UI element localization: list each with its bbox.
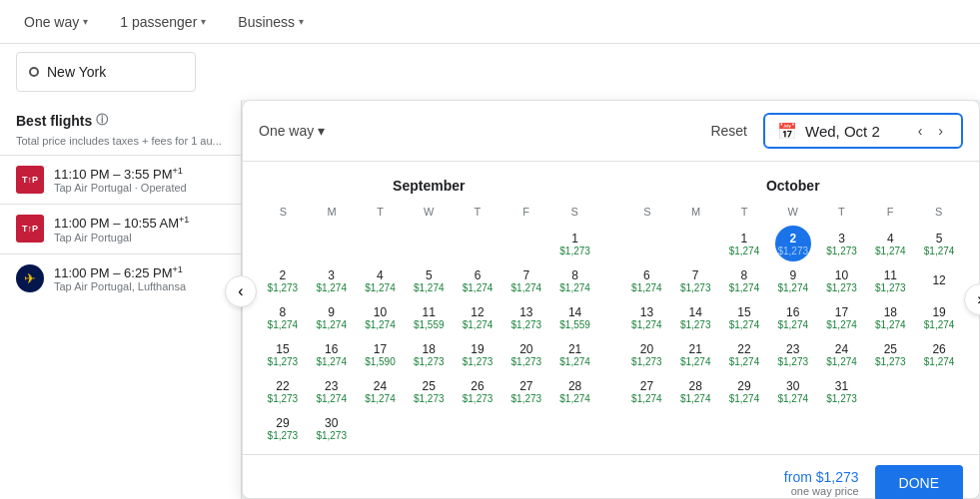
flight-item-1[interactable]: T↑P 11:00 PM – 10:55 AM+1 Tap Air Portug… [0,204,241,252]
date-next-button[interactable]: › [932,121,949,141]
day-cell[interactable]: 19$1,273 [454,336,501,372]
class-button[interactable]: Business ▾ [230,10,312,34]
calendar-trip-type-dropdown[interactable]: One way ▾ [259,123,325,139]
day-number: 12 [932,273,945,287]
day-cell[interactable]: 4$1,274 [866,226,914,261]
calendar-prev-button[interactable]: ‹ [225,275,257,307]
flight-airline-1: Tap Air Portugal [54,232,225,244]
day-number: 20 [519,342,532,356]
day-price: $1,274 [316,356,347,367]
day-cell[interactable]: 8$1,274 [551,262,599,298]
day-cell[interactable]: 8$1,274 [259,299,307,335]
day-cell[interactable]: 9$1,274 [308,299,356,335]
day-cell[interactable]: 31$1,273 [818,373,866,409]
day-cell[interactable]: 11$1,559 [405,299,453,335]
day-cell[interactable]: 8$1,274 [720,262,768,298]
day-cell[interactable]: 2$1,273 [259,262,307,298]
day-cell[interactable]: 5$1,274 [405,262,453,298]
info-icon: ⓘ [96,112,108,129]
date-picker-box[interactable]: 📅 Wed, Oct 2 ‹ › [763,113,963,149]
day-cell[interactable]: 26$1,273 [454,373,501,409]
day-cell[interactable]: 19$1,274 [915,299,963,335]
day-cell[interactable]: 24$1,274 [818,336,866,372]
trip-type-button[interactable]: One way ▾ [16,10,96,34]
day-cell[interactable]: 20$1,273 [623,336,671,372]
day-cell[interactable]: 11$1,273 [866,262,914,298]
day-cell[interactable]: 16$1,274 [308,336,356,372]
day-cell[interactable]: 15$1,274 [720,299,768,335]
calendar-body: September S M T W T F S 1$1,2732$1,2733$… [243,162,979,454]
day-cell[interactable]: 23$1,273 [769,336,817,372]
day-cell[interactable]: 25$1,273 [405,373,453,409]
flight-item-2[interactable]: ✈ 11:00 PM – 6:25 PM+1 Tap Air Portugal,… [0,253,241,302]
day-cell[interactable]: 2$1,273 [775,226,811,261]
day-cell[interactable]: 17$1,590 [357,336,405,372]
reset-button[interactable]: Reset [710,123,747,139]
day-cell[interactable]: 13$1,274 [623,299,671,335]
day-price: $1,274 [559,356,590,367]
day-cell[interactable]: 22$1,274 [720,336,768,372]
day-cell[interactable]: 6$1,274 [454,262,501,298]
day-cell[interactable]: 27$1,274 [623,373,671,409]
left-chevron-icon: ‹ [238,282,243,300]
day-number: 8 [280,305,287,319]
day-cell[interactable]: 17$1,274 [818,299,866,335]
day-cell[interactable]: 5$1,274 [915,226,963,261]
day-cell[interactable]: 21$1,274 [671,336,719,372]
day-cell[interactable]: 10$1,274 [357,299,405,335]
day-number: 3 [838,232,845,246]
day-cell[interactable]: 28$1,274 [551,373,599,409]
day-number: 10 [374,305,387,319]
day-cell[interactable]: 30$1,274 [769,373,817,409]
day-cell[interactable]: 7$1,273 [671,262,719,298]
origin-input[interactable]: New York [16,52,196,92]
one-way-price-label: one way price [784,485,859,497]
day-cell[interactable]: 12 [915,262,963,298]
day-cell[interactable]: 1$1,273 [551,226,599,261]
day-cell[interactable]: 13$1,273 [502,299,550,335]
day-cell[interactable]: 10$1,273 [818,262,866,298]
oct-dh-3: W [768,202,817,222]
day-number: 27 [519,379,532,393]
day-cell[interactable]: 4$1,274 [357,262,405,298]
day-cell [502,226,550,261]
day-cell[interactable]: 20$1,273 [502,336,550,372]
date-prev-button[interactable]: ‹ [912,121,929,141]
day-cell[interactable]: 30$1,273 [308,410,356,446]
day-cell[interactable]: 15$1,273 [259,336,307,372]
day-cell[interactable]: 23$1,274 [308,373,356,409]
day-cell[interactable]: 7$1,274 [502,262,550,298]
day-cell[interactable]: 21$1,274 [551,336,599,372]
day-cell[interactable]: 27$1,273 [502,373,550,409]
day-cell[interactable]: 6$1,274 [623,262,671,298]
day-cell[interactable]: 29$1,274 [720,373,768,409]
oct-dh-0: S [623,202,672,222]
day-cell[interactable]: 3$1,274 [308,262,356,298]
day-cell[interactable]: 24$1,274 [357,373,405,409]
day-cell[interactable]: 16$1,274 [769,299,817,335]
trip-type-chevron: ▾ [83,16,88,27]
day-cell[interactable]: 22$1,273 [259,373,307,409]
day-cell[interactable]: 26$1,274 [915,336,963,372]
day-cell[interactable]: 28$1,274 [671,373,719,409]
day-cell[interactable]: 18$1,274 [866,299,914,335]
day-price: $1,274 [729,319,760,330]
day-cell[interactable]: 29$1,273 [259,410,307,446]
day-cell[interactable]: 14$1,559 [551,299,599,335]
passengers-button[interactable]: 1 passenger ▾ [112,10,214,34]
day-cell[interactable]: 14$1,273 [671,299,719,335]
day-cell[interactable]: 25$1,273 [866,336,914,372]
day-cell [405,226,453,261]
class-label: Business [238,14,295,30]
day-cell[interactable]: 3$1,273 [818,226,866,261]
day-cell[interactable]: 12$1,274 [454,299,501,335]
done-button[interactable]: DONE [875,465,963,499]
day-number: 1 [741,232,748,246]
flight-item-0[interactable]: T↑P 11:10 PM – 3:55 PM+1 Tap Air Portuga… [0,155,241,204]
day-cell[interactable]: 1$1,274 [720,226,768,261]
day-number: 15 [276,342,289,356]
day-cell[interactable]: 18$1,273 [405,336,453,372]
day-price: $1,273 [268,282,299,293]
day-cell[interactable]: 9$1,274 [769,262,817,298]
day-price: $1,273 [680,282,711,293]
